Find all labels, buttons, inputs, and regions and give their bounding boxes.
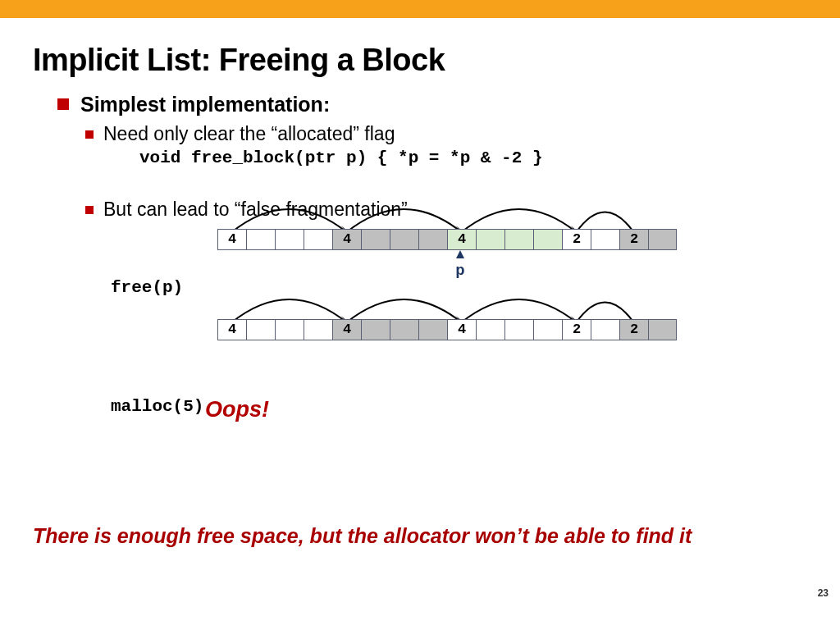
heap-row-before: 44422 <box>217 229 677 250</box>
heap-cell: 4 <box>217 229 246 250</box>
heap-cell <box>648 229 677 250</box>
heap-cell <box>246 229 275 250</box>
heap-cell: 4 <box>332 319 361 340</box>
heap-diagram: 44422 p free(p) 44422 malloc(5) Oops! <box>33 229 807 401</box>
slide-title: Implicit List: Freeing a Block <box>33 43 807 78</box>
heap-cell: 2 <box>619 229 648 250</box>
heap-row-after: 44422 <box>217 319 677 340</box>
heap-cell <box>275 229 304 250</box>
heap-cell <box>304 319 332 340</box>
pointer-p: p <box>454 250 466 280</box>
heap-cell: 2 <box>562 229 591 250</box>
pointer-label: p <box>455 262 464 280</box>
bullet-level2-1: Need only clear the “allocated” flag <box>85 123 807 145</box>
heap-cell <box>390 229 418 250</box>
heap-cell <box>648 319 677 340</box>
heap-cell <box>390 319 418 340</box>
heap-cell <box>591 319 619 340</box>
heap-cell <box>533 319 562 340</box>
bottom-callout: There is enough free space, but the allo… <box>33 524 692 548</box>
oops-text: Oops! <box>205 397 269 422</box>
heap-cell <box>418 319 447 340</box>
free-call-label: free(p) <box>111 278 183 297</box>
malloc-call-label: malloc(5) <box>111 397 203 416</box>
heap-cell <box>246 319 275 340</box>
heap-cell <box>504 229 533 250</box>
heap-cell <box>361 319 390 340</box>
heap-cell <box>476 229 504 250</box>
bullet-level1: Simplest implementation: <box>57 93 807 116</box>
heap-cell <box>304 229 332 250</box>
heap-cell: 2 <box>619 319 648 340</box>
accent-bar <box>0 0 840 18</box>
heap-cell <box>418 229 447 250</box>
heap-cell: 4 <box>332 229 361 250</box>
heap-cell: 2 <box>562 319 591 340</box>
heap-cell: 4 <box>217 319 246 340</box>
page-number: 23 <box>818 587 829 599</box>
heap-cell: 4 <box>447 319 476 340</box>
heap-cell <box>533 229 562 250</box>
code-snippet: void free_block(ptr p) { *p = *p & -2 } <box>139 148 807 167</box>
heap-cell <box>476 319 504 340</box>
heap-cell <box>361 229 390 250</box>
heap-cell: 4 <box>447 229 476 250</box>
slide-body: Implicit List: Freeing a Block Simplest … <box>0 18 840 605</box>
heap-cell <box>591 229 619 250</box>
heap-cell <box>275 319 304 340</box>
heap-cell <box>504 319 533 340</box>
